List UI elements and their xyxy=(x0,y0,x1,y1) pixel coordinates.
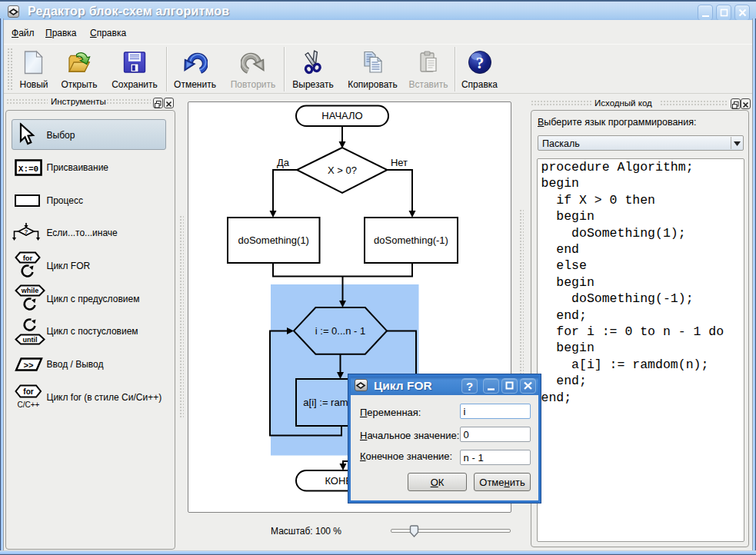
svg-text:X:=0: X:=0 xyxy=(18,165,38,174)
svg-text:while: while xyxy=(21,287,39,294)
svg-text:>>: >> xyxy=(23,361,34,371)
svg-text:?: ? xyxy=(475,53,484,71)
svg-text:C/C++: C/C++ xyxy=(18,400,40,408)
svg-text:for: for xyxy=(23,254,33,262)
svg-text:?: ? xyxy=(25,229,28,236)
svg-text:НАЧАЛО: НАЧАЛО xyxy=(321,110,362,121)
svg-text:for: for xyxy=(23,387,33,395)
svg-text:until: until xyxy=(23,336,38,344)
svg-text:Да: Да xyxy=(277,157,290,168)
svg-text:doSomething(-1): doSomething(-1) xyxy=(374,234,448,246)
svg-text:doSomething(1): doSomething(1) xyxy=(238,234,309,246)
svg-text:X > 0?: X > 0? xyxy=(328,165,357,176)
svg-text:Нет: Нет xyxy=(391,157,408,168)
svg-text:i := 0...n - 1: i := 0...n - 1 xyxy=(315,325,365,337)
svg-text:?: ? xyxy=(466,380,473,393)
